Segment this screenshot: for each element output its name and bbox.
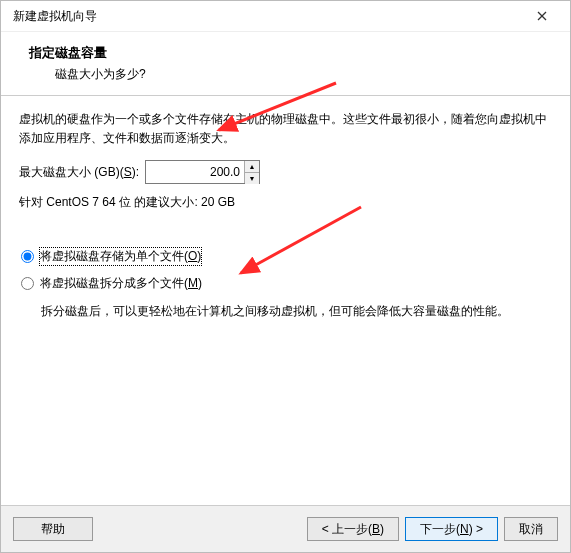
help-button[interactable]: 帮助	[13, 517, 93, 541]
radio-split-files[interactable]	[21, 277, 34, 290]
wizard-button-bar: 帮助 < 上一步(B) 下一步(N) > 取消	[1, 505, 570, 552]
close-button[interactable]	[522, 2, 562, 30]
option-split-files-label: 将虚拟磁盘拆分成多个文件(M)	[40, 275, 202, 292]
recommended-size-text: 针对 CentOS 7 64 位 的建议大小: 20 GB	[19, 194, 552, 211]
page-subtitle: 磁盘大小为多少?	[55, 66, 550, 83]
back-button[interactable]: < 上一步(B)	[307, 517, 399, 541]
disk-size-label: 最大磁盘大小 (GB)(S):	[19, 164, 139, 181]
spin-down-icon[interactable]: ▼	[245, 173, 259, 184]
page-title: 指定磁盘容量	[29, 44, 550, 62]
disk-size-input[interactable]	[146, 161, 244, 183]
next-button[interactable]: 下一步(N) >	[405, 517, 498, 541]
wizard-content: 虚拟机的硬盘作为一个或多个文件存储在主机的物理磁盘中。这些文件最初很小，随着您向…	[1, 96, 570, 332]
split-hint-text: 拆分磁盘后，可以更轻松地在计算机之间移动虚拟机，但可能会降低大容量磁盘的性能。	[41, 301, 552, 321]
spin-buttons[interactable]: ▲ ▼	[244, 161, 259, 183]
option-single-file[interactable]: 将虚拟磁盘存储为单个文件(O)	[19, 247, 552, 266]
disk-storage-options: 将虚拟磁盘存储为单个文件(O) 将虚拟磁盘拆分成多个文件(M) 拆分磁盘后，可以…	[19, 247, 552, 321]
description-text: 虚拟机的硬盘作为一个或多个文件存储在主机的物理磁盘中。这些文件最初很小，随着您向…	[19, 110, 552, 148]
window-title: 新建虚拟机向导	[13, 8, 97, 25]
disk-size-row: 最大磁盘大小 (GB)(S): ▲ ▼	[19, 160, 552, 184]
spin-up-icon[interactable]: ▲	[245, 161, 259, 173]
option-single-file-label: 将虚拟磁盘存储为单个文件(O)	[40, 248, 201, 265]
radio-single-file[interactable]	[21, 250, 34, 263]
wizard-header: 指定磁盘容量 磁盘大小为多少?	[1, 32, 570, 96]
option-split-files[interactable]: 将虚拟磁盘拆分成多个文件(M)	[19, 274, 552, 293]
titlebar: 新建虚拟机向导	[1, 1, 570, 32]
cancel-button[interactable]: 取消	[504, 517, 558, 541]
disk-size-stepper[interactable]: ▲ ▼	[145, 160, 260, 184]
close-icon	[537, 11, 547, 21]
